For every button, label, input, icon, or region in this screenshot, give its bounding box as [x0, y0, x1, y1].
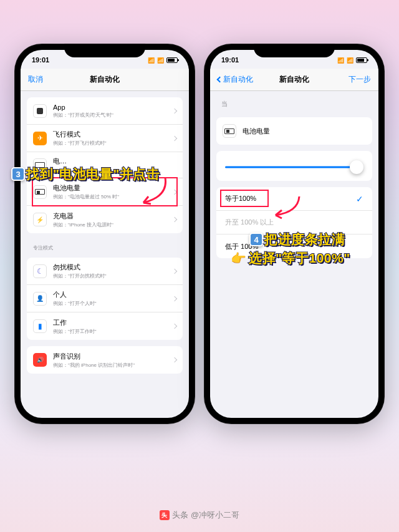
work-icon [33, 319, 47, 333]
battery-level-icon [33, 185, 47, 199]
chevron-right-icon [172, 268, 177, 273]
chevron-right-icon [172, 357, 177, 362]
option-equals[interactable]: 等于100% ✓ [216, 187, 372, 211]
row-sub: 例如："电池电量超过 50% 时" [53, 193, 173, 200]
slider-track [225, 167, 363, 168]
row-sound-recognition[interactable]: 声音识别 例如："我的 iPhone 识别出门铃声时" [27, 346, 183, 374]
row-battery-condition[interactable]: 电池电量 [216, 117, 372, 145]
row-sub: 例如："打开个人时" [53, 300, 173, 307]
row-airplane[interactable]: 飞行模式 例如："打开飞行模式时" [27, 125, 183, 152]
row-title: 电池电量 [53, 183, 173, 193]
row-title: 充电器 [53, 211, 173, 221]
chevron-right-icon [172, 135, 177, 140]
notch [64, 44, 145, 57]
chevron-right-icon [172, 108, 177, 113]
row-charger[interactable]: 充电器 例如："iPhone 接入电源时" [27, 206, 183, 233]
row-dnd[interactable]: 勿扰模式 例如："打开勿扰模式时" [27, 258, 183, 285]
phone-right: 19:01 新自动化 新自动化 下一步 当 [204, 44, 385, 424]
charger-icon [33, 213, 47, 226]
option-label: 升至 100% 以上 [225, 218, 363, 227]
footer-attribution: 头 头条 @冲呀小二哥 [0, 510, 399, 521]
notch [254, 44, 335, 57]
app-icon [33, 104, 47, 118]
footer-prefix: 头条 [172, 510, 188, 521]
back-label: 新自动化 [223, 74, 253, 85]
row-title: 电池电量 [243, 127, 366, 136]
battery-icon [166, 57, 178, 63]
clock: 19:01 [221, 56, 239, 64]
wifi-icon [347, 56, 353, 64]
row-battery-level[interactable]: 电池电量 例如："电池电量超过 50% 时" [27, 178, 183, 206]
battery-level-icon [223, 124, 236, 138]
battery-slider[interactable] [225, 160, 363, 175]
when-header: 当 [210, 91, 378, 111]
signal-icon [337, 56, 344, 64]
slider-thumb[interactable] [350, 160, 363, 174]
back-button[interactable]: 新自动化 [218, 74, 253, 85]
sound-icon [33, 353, 47, 367]
row-app[interactable]: App 例如："打开或关闭'天气'时" [27, 97, 183, 125]
option-falls[interactable]: 低于 100% [216, 235, 372, 258]
chevron-right-icon [172, 324, 177, 329]
option-label: 低于 100% [225, 242, 363, 251]
row-title: 个人 [53, 290, 173, 299]
row-sub: 例如："iPhone 接入电源时" [53, 221, 173, 228]
nav-bar: 取消 新自动化 [21, 69, 189, 91]
chevron-right-icon [172, 217, 177, 222]
footer-author: @冲呀小二哥 [191, 510, 239, 521]
battery-icon [356, 57, 367, 63]
next-button[interactable]: 下一步 [349, 74, 371, 85]
row-work[interactable]: 工作 例如："打开工作时" [27, 312, 183, 340]
row-sub: 例如："打开或关闭'天气'时" [53, 112, 173, 118]
chevron-right-icon [172, 296, 177, 301]
battery-empty-icon [33, 158, 47, 172]
signal-icon [148, 56, 155, 64]
airplane-icon [33, 132, 47, 145]
row-sub: 例如："打开工作时" [53, 328, 173, 335]
cancel-button[interactable]: 取消 [28, 74, 43, 85]
moon-icon [33, 264, 47, 278]
wifi-icon [157, 56, 164, 64]
nav-title: 新自动化 [279, 74, 309, 85]
nav-title: 新自动化 [90, 74, 120, 85]
toutiao-logo-icon: 头 [160, 510, 170, 520]
chevron-left-icon [217, 77, 223, 83]
clock: 19:01 [32, 56, 49, 64]
row-sub: 例如："打开飞行模式时" [53, 140, 173, 147]
phone-left: 19:01 取消 新自动化 App 例如："打开或关闭'天气' [14, 44, 195, 424]
row-title: 声音识别 [53, 352, 173, 361]
option-rises[interactable]: 升至 100% 以上 [216, 211, 372, 235]
person-icon [33, 292, 47, 306]
row-title: 电… [53, 157, 176, 166]
row-sub: …："低… [53, 167, 176, 173]
row-battery-truncated[interactable]: 电… …："低… [27, 152, 183, 178]
row-title: App [53, 104, 173, 111]
option-label: 等于100% [225, 194, 356, 203]
nav-bar: 新自动化 新自动化 下一步 [210, 69, 378, 91]
row-personal[interactable]: 个人 例如："打开个人时" [27, 285, 183, 312]
chevron-right-icon [172, 189, 177, 194]
row-title: 工作 [53, 318, 173, 327]
row-title: 勿扰模式 [53, 263, 173, 272]
section-header-focus: 专注模式 [21, 239, 189, 251]
row-sub: 例如："打开勿扰模式时" [53, 273, 173, 279]
row-sub: 例如："我的 iPhone 识别出门铃声时" [53, 362, 173, 369]
row-title: 飞行模式 [53, 130, 173, 139]
checkmark-icon: ✓ [356, 194, 363, 204]
